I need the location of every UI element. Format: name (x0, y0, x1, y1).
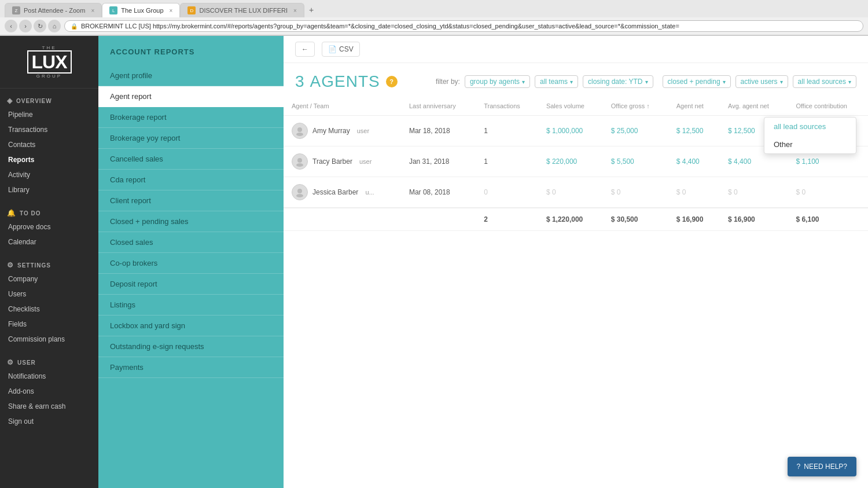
total-office-contribution: $ 6,100 (788, 208, 868, 231)
tab-close-lux[interactable]: × (170, 8, 173, 14)
cell-transactions-1: 1 (476, 116, 538, 146)
address-bar[interactable]: 🔒 BROKERMINT LLC [US] https://my.brokerm… (64, 20, 863, 32)
filter-group-by-label: group by agents (470, 78, 520, 86)
tab-zoom[interactable]: Z Post Attendee - Zoom × (5, 3, 102, 17)
col-transactions: Transactions (476, 97, 538, 116)
sidebar-item-activity[interactable]: Activity (0, 167, 98, 182)
sidebar-item-notifications[interactable]: Notifications (0, 369, 98, 384)
nav-header-overview[interactable]: ◈ OVERVIEW (0, 92, 98, 107)
main-content: ← 📄 CSV 3 AGENTS ? filter by: group by a… (284, 36, 868, 488)
back-btn[interactable]: ‹ (5, 20, 17, 32)
sidebar-item-sign-out[interactable]: Sign out (0, 414, 98, 429)
filter-all-teams-label: all teams (540, 78, 568, 86)
sidebar-item-calendar[interactable]: Calendar (0, 234, 98, 249)
sidebar-item-transactions[interactable]: Transactions (0, 122, 98, 137)
sidebar-item-pipeline[interactable]: Pipeline (0, 107, 98, 122)
nav-section-user: ⚙ USER Notifications Add-ons Share & ear… (0, 350, 98, 432)
reports-sidebar-header: ACCOUNT REPORTS (98, 36, 284, 65)
nav-section-settings: ⚙ SETTINGS Company Users Checklists Fiel… (0, 253, 98, 350)
sidebar-item-checklists[interactable]: Checklists (0, 302, 98, 317)
cell-agent-1: Amy Murray user (284, 116, 401, 146)
overview-icon: ◈ (7, 97, 13, 105)
total-transactions: 2 (476, 208, 538, 231)
report-item-client-report[interactable]: Client report (98, 190, 284, 211)
filter-group-by[interactable]: group by agents ▾ (465, 75, 530, 88)
report-item-deposit-report[interactable]: Deposit report (98, 274, 284, 295)
dropdown-item-other[interactable]: Other (764, 135, 856, 153)
tab-discover[interactable]: D DISCOVER THE LUX DIFFERI × (180, 3, 304, 17)
col-avg-agent-net: Avg. agent net (720, 97, 788, 116)
report-item-payments[interactable]: Payments (98, 357, 284, 378)
back-button[interactable]: ← (295, 42, 315, 57)
tab-close-discover[interactable]: × (293, 8, 297, 14)
agent-role-1: user (357, 127, 369, 134)
sidebar-item-contacts[interactable]: Contacts (0, 137, 98, 152)
refresh-btn[interactable]: ↻ (34, 20, 46, 32)
tab-close-zoom[interactable]: × (91, 8, 94, 14)
sidebar-item-addons[interactable]: Add-ons (0, 384, 98, 399)
logo-group: GROUP (27, 74, 72, 79)
report-item-brokerage-report[interactable]: Brokerage report (98, 107, 284, 128)
agent-avatar-2 (292, 153, 308, 170)
agent-name-1[interactable]: Amy Murray (312, 127, 350, 135)
dropdown-item-all-lead-sources[interactable]: all lead sources (764, 118, 856, 135)
filter-active-users[interactable]: active users ▾ (735, 75, 788, 88)
report-item-agent-profile[interactable]: Agent profile (98, 65, 284, 86)
total-avg-agent-net: $ 16,900 (720, 208, 788, 231)
report-item-brokerage-yoy[interactable]: Brokerage yoy report (98, 128, 284, 149)
svg-point-5 (296, 194, 303, 197)
help-icon[interactable]: ? (386, 76, 398, 87)
sidebar-item-share-earn[interactable]: Share & earn cash (0, 399, 98, 414)
nav-header-todo[interactable]: 🔔 TO DO (0, 204, 98, 219)
col-office-gross[interactable]: Office gross ↑ (603, 97, 668, 116)
report-item-listings[interactable]: Listings (98, 295, 284, 315)
filter-all-teams[interactable]: all teams ▾ (535, 75, 578, 88)
home-btn[interactable]: ⌂ (48, 20, 61, 32)
report-item-agent-report[interactable]: Agent report (98, 86, 284, 107)
report-item-lockbox[interactable]: Lockbox and yard sign (98, 315, 284, 336)
agent-name-3[interactable]: Jessica Barber (312, 188, 358, 196)
cell-sales-volume-2: $ 220,000 (538, 146, 603, 177)
cell-agent-3: Jessica Barber u... (284, 177, 401, 208)
need-help-button[interactable]: ? NEED HELP? (788, 457, 856, 476)
filter-lead-sources[interactable]: all lead sources ▾ (793, 75, 856, 88)
sidebar-item-approve-docs[interactable]: Approve docs (0, 219, 98, 234)
tabs-bar: Z Post Attendee - Zoom × L The Lux Group… (0, 0, 868, 17)
report-item-outstanding-esign[interactable]: Outstanding e-sign requests (98, 336, 284, 357)
chevron-down-icon-date: ▾ (645, 79, 648, 85)
sidebar-item-company[interactable]: Company (0, 271, 98, 287)
total-sales-volume: $ 1,220,000 (538, 208, 603, 231)
help-question-icon: ? (797, 463, 801, 471)
agent-name-2[interactable]: Tracy Barber (312, 157, 352, 166)
nav-todo-label: TO DO (20, 210, 41, 217)
tab-favicon-discover: D (187, 6, 196, 14)
report-item-co-op-brokers[interactable]: Co-op brokers (98, 253, 284, 274)
sidebar-item-library[interactable]: Library (0, 182, 98, 197)
csv-label: CSV (339, 45, 354, 53)
cell-transactions-2: 1 (476, 146, 538, 177)
nav-header-user[interactable]: ⚙ USER (0, 354, 98, 369)
report-item-cancelled-sales[interactable]: Cancelled sales (98, 149, 284, 170)
tab-label-discover: DISCOVER THE LUX DIFFERI (199, 7, 288, 14)
report-item-closed-pending[interactable]: Closed + pending sales (98, 211, 284, 232)
agents-title: 3 AGENTS ? (295, 72, 398, 91)
tab-lux[interactable]: L The Lux Group × (102, 3, 180, 17)
logo-box: THE LUX GROUP (27, 45, 72, 79)
csv-button[interactable]: 📄 CSV (322, 42, 360, 57)
filter-closed-pending[interactable]: closed + pending ▾ (663, 75, 731, 88)
main-header: 3 AGENTS ? filter by: group by agents ▾ … (284, 63, 868, 97)
sidebar-item-commission-plans[interactable]: Commission plans (0, 332, 98, 347)
report-item-closed-sales[interactable]: Closed sales (98, 232, 284, 253)
chevron-down-icon-sources: ▾ (848, 79, 851, 85)
total-agent-net: $ 16,900 (668, 208, 720, 231)
filter-label: filter by: (436, 78, 460, 86)
tab-label-zoom: Post Attendee - Zoom (24, 7, 85, 14)
sidebar-item-users[interactable]: Users (0, 287, 98, 302)
report-item-cda-report[interactable]: Cda report (98, 170, 284, 190)
new-tab-btn[interactable]: + (304, 2, 318, 17)
sidebar-item-reports[interactable]: Reports (0, 152, 98, 167)
nav-header-settings[interactable]: ⚙ SETTINGS (0, 256, 98, 271)
forward-btn[interactable]: › (19, 20, 32, 32)
filter-closing-date[interactable]: closing date: YTD ▾ (583, 75, 653, 88)
sidebar-item-fields[interactable]: Fields (0, 317, 98, 332)
